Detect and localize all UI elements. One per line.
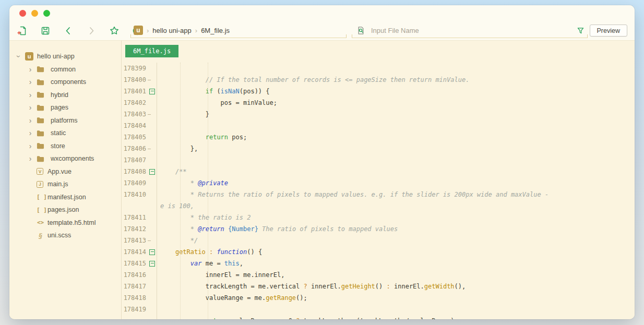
search-input[interactable] xyxy=(370,26,573,35)
tree-item-hybrid[interactable]: ›hybrid xyxy=(9,89,121,102)
code-line[interactable]: 178410 * Returns the ratio of pixels to … xyxy=(122,189,635,200)
line-number: 178400 xyxy=(122,74,148,86)
code-line[interactable]: 178411 * the ratio is 2 xyxy=(122,212,635,223)
code-line[interactable]: 178401 if (isNaN(pos)) { xyxy=(122,86,635,97)
folder-icon xyxy=(37,130,47,137)
code-line[interactable]: 178399 xyxy=(122,63,635,74)
code-text: return pos; xyxy=(157,131,247,143)
file-search-icon xyxy=(356,26,366,35)
preview-button[interactable]: Preview xyxy=(590,25,627,37)
close-window-button[interactable] xyxy=(19,10,26,17)
fold-collapse-icon[interactable] xyxy=(148,246,157,258)
code-text xyxy=(157,63,160,74)
code-line[interactable]: 178402 pos = minValue; xyxy=(122,97,635,109)
code-line[interactable]: 178405 return pos; xyxy=(122,131,635,143)
code-text xyxy=(157,304,160,315)
code-line[interactable]: 178417 trackLength = me.vertical ? inner… xyxy=(122,281,635,292)
chevron-right-icon[interactable]: › xyxy=(27,117,33,124)
code-text: trackLength = me.vertical ? innerEl.getH… xyxy=(157,281,466,292)
zoom-window-button[interactable] xyxy=(43,10,50,17)
line-number: 178409 xyxy=(122,177,148,189)
fold-collapse-icon[interactable] xyxy=(148,258,157,269)
tree-item-pages[interactable]: ›pages xyxy=(9,101,121,114)
code-text: pos = minValue; xyxy=(157,97,277,109)
code-line[interactable]: 178414 getRatio : function() { xyxy=(122,246,635,258)
js-file-icon: J xyxy=(37,181,43,188)
code-line[interactable]: 178408 /** xyxy=(122,166,635,177)
code-line[interactable]: 178406 }, xyxy=(122,143,635,154)
line-number: 178414 xyxy=(122,246,148,258)
tree-item-store[interactable]: ›store xyxy=(9,140,121,153)
breadcrumb-project[interactable]: hello uni-app xyxy=(152,27,191,34)
fold-end-mark xyxy=(148,143,157,154)
tree-item-template-h5-html[interactable]: <>template.h5.html xyxy=(9,216,121,230)
chevron-right-icon[interactable]: › xyxy=(27,104,33,111)
tree-item-static[interactable]: ›static xyxy=(9,127,121,140)
code-line[interactable]: 178419 xyxy=(122,304,635,315)
new-file-button[interactable] xyxy=(15,23,30,38)
filter-funnel-icon[interactable] xyxy=(577,27,585,34)
minimize-window-button[interactable] xyxy=(31,10,38,17)
save-button[interactable] xyxy=(38,23,53,38)
chevron-down-icon[interactable]: › xyxy=(15,53,22,59)
code-text: * Returns the ratio of pixels to mapped … xyxy=(157,189,548,200)
tree-item-label: main.js xyxy=(47,180,68,188)
tree-item-main-js[interactable]: Jmain.js xyxy=(9,178,121,191)
chevron-right-icon[interactable]: › xyxy=(27,142,33,150)
tree-item-platforms[interactable]: ›platforms xyxy=(9,114,121,127)
code-line[interactable]: 178404 xyxy=(122,120,635,131)
code-area[interactable]: 178399178400 // If the total number of r… xyxy=(122,58,635,319)
chevron-right-icon[interactable]: › xyxy=(27,155,33,162)
tree-item-manifest-json[interactable]: [ ]manifest.json xyxy=(9,191,121,204)
chevron-right-icon[interactable]: › xyxy=(27,78,33,86)
code-line[interactable]: 178403 } xyxy=(122,109,635,120)
line-number: 178408 xyxy=(122,166,148,177)
gutter-cell xyxy=(148,315,157,319)
code-line[interactable]: 178409 * @private xyxy=(122,177,635,189)
code-line[interactable]: 178413 */ xyxy=(122,235,635,246)
tree-item-label: uni.scss xyxy=(47,232,71,239)
tree-item-components[interactable]: ›components xyxy=(9,76,121,89)
code-text: if (isNaN(pos)) { xyxy=(157,86,270,97)
fold-end-mark xyxy=(148,109,157,120)
tab-6m-file-js[interactable]: 6M_file.js xyxy=(125,45,178,57)
code-line[interactable]: 178407 xyxy=(122,154,635,166)
code-text: getRatio : function() { xyxy=(157,246,262,258)
tree-root-hello-uni-app[interactable]: ›uhello uni-app xyxy=(9,50,121,63)
tree-item-common[interactable]: ›common xyxy=(9,63,121,76)
code-line[interactable]: return valueRange === 0 ? trackLength : … xyxy=(122,315,635,319)
chevron-right-icon[interactable]: › xyxy=(27,66,33,73)
code-line[interactable]: 178400 // If the total number of records… xyxy=(122,74,635,86)
chevron-right-icon[interactable]: › xyxy=(27,91,33,99)
fold-collapse-icon[interactable] xyxy=(148,86,157,97)
line-number: 178410 xyxy=(122,189,148,200)
tree-item-pages-json[interactable]: [ ]pages.json xyxy=(9,203,121,216)
code-text: }, xyxy=(157,143,198,154)
code-line[interactable]: 178418 valueRange = me.getRange(); xyxy=(122,292,635,304)
line-number: 178418 xyxy=(122,292,148,304)
line-number: 178403 xyxy=(122,109,148,120)
fold-collapse-icon[interactable] xyxy=(148,166,157,177)
tree-item-label: pages.json xyxy=(47,206,79,213)
code-text xyxy=(157,120,160,131)
breadcrumb-file[interactable]: 6M_file.js xyxy=(201,27,230,34)
favorite-button[interactable] xyxy=(106,23,122,38)
tree-item-label: common xyxy=(51,66,76,73)
tree-item-uni-scss[interactable]: §uni.scss xyxy=(9,229,121,242)
forward-button[interactable] xyxy=(84,23,99,38)
toolbar: u › hello uni-app › 6M_file.js xyxy=(9,21,635,41)
code-line[interactable]: 178416 innerEl = me.innerEl, xyxy=(122,269,635,281)
chevron-right-icon[interactable]: › xyxy=(27,129,33,137)
line-number: 178404 xyxy=(122,120,148,131)
back-button[interactable] xyxy=(61,23,76,38)
app-window: u › hello uni-app › 6M_file.js xyxy=(9,5,635,319)
code-line[interactable]: 178412 * @return {Number} The ratio of p… xyxy=(122,223,635,235)
titlebar xyxy=(9,5,635,21)
code-text: valueRange = me.getRange(); xyxy=(157,292,307,304)
tree-item-app-vue[interactable]: VApp.vue xyxy=(9,165,121,178)
code-line[interactable]: 178415 var me = this, xyxy=(122,258,635,269)
tree-item-wxcomponents[interactable]: ›wxcomponents xyxy=(9,152,121,165)
folder-icon xyxy=(37,91,47,98)
tree-item-label: platforms xyxy=(51,117,77,124)
code-line[interactable]: e is 100, xyxy=(122,200,635,212)
